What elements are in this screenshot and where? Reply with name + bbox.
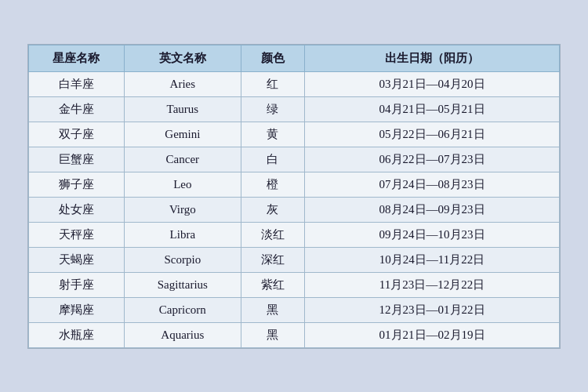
- zodiac-table: 星座名称 英文名称 颜色 出生日期（阳历） 白羊座Aries红03月21日—04…: [28, 45, 560, 348]
- table-row: 天蝎座Scorpio深红10月24日—11月22日: [29, 247, 560, 272]
- cell-chinese: 水瓶座: [29, 322, 125, 347]
- cell-chinese: 双子座: [29, 122, 125, 147]
- cell-english: Aries: [124, 71, 241, 96]
- cell-date: 10月24日—11月22日: [305, 247, 560, 272]
- cell-chinese: 处女座: [29, 197, 125, 222]
- cell-chinese: 天秤座: [29, 222, 125, 247]
- cell-date: 04月21日—05月21日: [305, 96, 560, 122]
- cell-english: Virgo: [124, 197, 241, 222]
- cell-chinese: 狮子座: [29, 172, 125, 197]
- cell-date: 11月23日—12月22日: [305, 272, 560, 297]
- cell-color: 黑: [241, 322, 304, 347]
- header-chinese: 星座名称: [29, 45, 125, 71]
- header-date: 出生日期（阳历）: [305, 45, 560, 71]
- cell-date: 05月22日—06月21日: [305, 122, 560, 147]
- table-row: 巨蟹座Cancer白06月22日—07月23日: [29, 147, 560, 172]
- cell-color: 紫红: [241, 272, 304, 297]
- cell-color: 淡红: [241, 222, 304, 247]
- cell-color: 灰: [241, 197, 304, 222]
- cell-color: 红: [241, 71, 304, 96]
- cell-color: 黑: [241, 297, 304, 322]
- table-row: 白羊座Aries红03月21日—04月20日: [29, 71, 560, 96]
- table-row: 狮子座Leo橙07月24日—08月23日: [29, 172, 560, 197]
- table-body: 白羊座Aries红03月21日—04月20日金牛座Taurus绿04月21日—0…: [29, 71, 560, 347]
- cell-chinese: 金牛座: [29, 96, 125, 122]
- cell-date: 03月21日—04月20日: [305, 71, 560, 96]
- cell-chinese: 摩羯座: [29, 297, 125, 322]
- cell-english: Leo: [124, 172, 241, 197]
- table-row: 射手座Sagittarius紫红11月23日—12月22日: [29, 272, 560, 297]
- cell-english: Libra: [124, 222, 241, 247]
- cell-color: 深红: [241, 247, 304, 272]
- cell-date: 06月22日—07月23日: [305, 147, 560, 172]
- cell-english: Gemini: [124, 122, 241, 147]
- cell-chinese: 巨蟹座: [29, 147, 125, 172]
- cell-english: Cancer: [124, 147, 241, 172]
- table-header-row: 星座名称 英文名称 颜色 出生日期（阳历）: [29, 45, 560, 71]
- table-row: 水瓶座Aquarius黑01月21日—02月19日: [29, 322, 560, 347]
- cell-english: Scorpio: [124, 247, 241, 272]
- cell-color: 绿: [241, 96, 304, 122]
- cell-english: Taurus: [124, 96, 241, 122]
- cell-date: 09月24日—10月23日: [305, 222, 560, 247]
- zodiac-table-container: 星座名称 英文名称 颜色 出生日期（阳历） 白羊座Aries红03月21日—04…: [27, 44, 561, 349]
- table-row: 金牛座Taurus绿04月21日—05月21日: [29, 96, 560, 122]
- table-row: 双子座Gemini黄05月22日—06月21日: [29, 122, 560, 147]
- cell-english: Capricorn: [124, 297, 241, 322]
- cell-chinese: 射手座: [29, 272, 125, 297]
- header-english: 英文名称: [124, 45, 241, 71]
- header-color: 颜色: [241, 45, 304, 71]
- table-row: 天秤座Libra淡红09月24日—10月23日: [29, 222, 560, 247]
- cell-date: 01月21日—02月19日: [305, 322, 560, 347]
- table-row: 摩羯座Capricorn黑12月23日—01月22日: [29, 297, 560, 322]
- cell-date: 08月24日—09月23日: [305, 197, 560, 222]
- cell-chinese: 天蝎座: [29, 247, 125, 272]
- cell-color: 白: [241, 147, 304, 172]
- table-row: 处女座Virgo灰08月24日—09月23日: [29, 197, 560, 222]
- cell-chinese: 白羊座: [29, 71, 125, 96]
- cell-english: Sagittarius: [124, 272, 241, 297]
- cell-english: Aquarius: [124, 322, 241, 347]
- cell-date: 12月23日—01月22日: [305, 297, 560, 322]
- cell-color: 橙: [241, 172, 304, 197]
- cell-date: 07月24日—08月23日: [305, 172, 560, 197]
- cell-color: 黄: [241, 122, 304, 147]
